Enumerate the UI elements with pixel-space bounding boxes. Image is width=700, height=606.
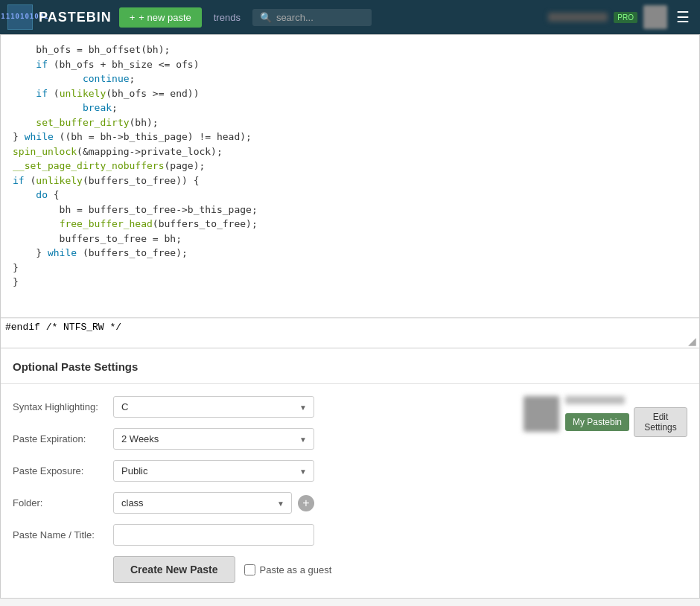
exposure-select-wrapper: Public Unlisted Private (113, 460, 314, 482)
folder-select-wrapper: class (none) project work (113, 492, 292, 514)
exposure-select[interactable]: Public Unlisted Private (113, 460, 314, 482)
endif-directive: #endif (5, 322, 40, 333)
exposure-row: Paste Exposure: Public Unlisted Private (13, 460, 509, 482)
guest-checkbox[interactable] (244, 564, 255, 575)
new-paste-button[interactable]: + + new paste (119, 7, 202, 28)
my-pastebin-button[interactable]: My Pastebin (565, 413, 629, 431)
name-input[interactable] (113, 524, 314, 546)
new-paste-label: + new paste (139, 12, 191, 23)
optional-settings: Optional Paste Settings Syntax Highlight… (0, 348, 700, 599)
guest-checkbox-area: Paste as a guest (244, 564, 332, 575)
menu-icon[interactable]: ☰ (673, 8, 693, 26)
expiration-select-wrapper: 2 Weeks Never 1 Day 1 Week 1 Month (113, 428, 314, 450)
expiration-select[interactable]: 2 Weeks Never 1 Day 1 Week 1 Month (113, 428, 314, 450)
action-row: Create New Paste Paste as a guest (113, 556, 509, 583)
folder-row-inner: class (none) project work + (113, 492, 314, 514)
syntax-row: Syntax Highlighting: C None Python Java … (13, 396, 509, 418)
logo: 0011 1010 1001 PASTEBIN (7, 4, 112, 30)
ntfs-rw-link[interactable]: NTFS_RW (63, 322, 104, 333)
edit-settings-button[interactable]: Edit Settings (634, 407, 687, 437)
expiration-row: Paste Expiration: 2 Weeks Never 1 Day 1 … (13, 428, 509, 450)
plus-icon: + (130, 12, 136, 23)
name-row: Paste Name / Title: (13, 524, 509, 546)
action-buttons: Create New Paste Paste as a guest (113, 556, 509, 583)
name-control (113, 524, 314, 546)
settings-right: My Pastebin Edit Settings (524, 396, 687, 583)
trends-link[interactable]: trends (209, 12, 245, 23)
add-folder-button[interactable]: + (298, 495, 314, 511)
pro-badge: PRO (614, 12, 637, 23)
resize-handle[interactable]: ◢ (1, 336, 699, 348)
expiration-control: 2 Weeks Never 1 Day 1 Week 1 Month (113, 428, 314, 450)
settings-left: Syntax Highlighting: C None Python Java … (13, 396, 509, 583)
exposure-label: Paste Exposure: (13, 465, 113, 476)
syntax-select[interactable]: C None Python Java PHP (113, 396, 314, 418)
code-container: bh_ofs = bh_offset(bh); if (bh_ofs + bh_… (0, 34, 700, 348)
folder-row: Folder: class (none) project work + (13, 492, 509, 514)
panel-buttons: My Pastebin Edit Settings (565, 407, 687, 437)
code-block[interactable]: bh_ofs = bh_offset(bh); if (bh_ofs + bh_… (1, 35, 699, 318)
folder-label: Folder: (13, 497, 113, 508)
folder-select[interactable]: class (none) project work (113, 492, 292, 514)
name-label: Paste Name / Title: (13, 529, 113, 540)
comment: /* (46, 322, 63, 333)
settings-layout: Syntax Highlighting: C None Python Java … (1, 396, 699, 583)
comment-end: */ (109, 322, 121, 333)
user-avatar (524, 396, 559, 432)
syntax-label: Syntax Highlighting: (13, 401, 113, 412)
username-blurred (548, 13, 608, 22)
folder-control: class (none) project work + (113, 492, 314, 514)
header-right: PRO ☰ (548, 5, 693, 29)
search-icon: 🔍 (260, 12, 272, 23)
logo-icon: 0011 1010 1001 (7, 4, 33, 30)
avatar (643, 5, 667, 29)
expiration-label: Paste Expiration: (13, 433, 113, 444)
syntax-control: C None Python Java PHP (113, 396, 314, 418)
user-panel-info: My Pastebin Edit Settings (565, 396, 687, 437)
exposure-control: Public Unlisted Private (113, 460, 314, 482)
user-panel: My Pastebin Edit Settings (524, 396, 687, 437)
create-paste-button[interactable]: Create New Paste (113, 556, 235, 583)
syntax-select-wrapper: C None Python Java PHP (113, 396, 314, 418)
header: 0011 1010 1001 PASTEBIN + + new paste tr… (0, 0, 700, 34)
logo-text: PASTEBIN (39, 10, 112, 25)
search-area: 🔍 (252, 9, 372, 26)
search-input[interactable] (276, 12, 364, 23)
code-footer: #endif /* NTFS_RW */ (1, 318, 699, 336)
user-name-blurred (565, 396, 625, 404)
section-title: Optional Paste Settings (1, 360, 699, 384)
guest-label: Paste as a guest (260, 564, 332, 575)
